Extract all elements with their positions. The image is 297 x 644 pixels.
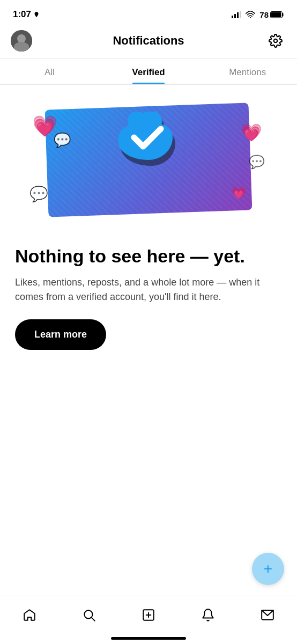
svg-point-7 [274, 39, 278, 43]
nav-compose[interactable] [135, 602, 162, 628]
svg-rect-6 [271, 12, 281, 17]
time-display: 1:07 [13, 9, 31, 20]
battery-icon [270, 11, 284, 18]
status-time: 1:07 [13, 9, 40, 20]
svg-rect-1 [234, 14, 236, 18]
signal-icon [232, 11, 241, 18]
tab-verified[interactable]: Verified [99, 58, 198, 84]
mail-icon [261, 608, 274, 622]
main-content: 💗 💗 💗 💬 💬 💬 Nothing [0, 85, 297, 363]
svg-rect-2 [237, 12, 239, 18]
status-right: 78 [232, 10, 284, 19]
nav-notifications[interactable] [195, 602, 221, 628]
svg-rect-0 [232, 16, 233, 18]
heart-icon-bottom: 💗 [232, 186, 246, 200]
gear-icon [269, 34, 283, 48]
page-title: Notifications [113, 34, 184, 48]
nav-search[interactable] [76, 602, 102, 628]
nav-messages[interactable] [254, 602, 281, 628]
settings-button[interactable] [265, 30, 286, 52]
badge-cloud-svg [114, 112, 183, 171]
text-content: Nothing to see here — yet. Likes, mentio… [0, 246, 297, 363]
avatar[interactable] [11, 30, 32, 52]
chat-bubble-icon-right: 💬 [249, 155, 265, 170]
illustration: 💗 💗 💗 💬 💬 💬 [0, 85, 297, 235]
verified-badge [114, 112, 183, 173]
home-indicator [111, 637, 186, 640]
avatar-image [11, 30, 32, 52]
nav-home[interactable] [16, 602, 43, 628]
wifi-icon [246, 11, 255, 18]
learn-more-button[interactable]: Learn more [15, 319, 106, 350]
header: Notifications [0, 26, 297, 58]
svg-point-4 [250, 17, 251, 18]
search-icon [82, 608, 96, 622]
location-icon [33, 11, 40, 18]
empty-state-subtext: Likes, mentions, reposts, and a whole lo… [15, 275, 282, 304]
bell-icon [201, 608, 215, 622]
heart-icon-right-top: 💗 [241, 122, 262, 143]
fab-plus-icon: + [264, 561, 272, 576]
status-bar: 1:07 78 [0, 0, 297, 26]
battery-percent: 78 [259, 10, 269, 19]
compose-icon [142, 608, 155, 622]
svg-line-9 [92, 617, 95, 620]
chat-bubble-icon-topleft: 💬 [54, 132, 71, 149]
battery-container: 78 [259, 10, 284, 19]
svg-rect-3 [240, 11, 241, 18]
chat-bubble-icon-bottomleft: 💬 [29, 185, 48, 203]
compose-fab[interactable]: + [252, 553, 284, 585]
empty-state-heading: Nothing to see here — yet. [15, 246, 282, 267]
tabs: All Verified Mentions [0, 58, 297, 85]
tab-all[interactable]: All [0, 58, 99, 84]
tab-mentions[interactable]: Mentions [198, 58, 297, 84]
home-icon [23, 608, 36, 622]
